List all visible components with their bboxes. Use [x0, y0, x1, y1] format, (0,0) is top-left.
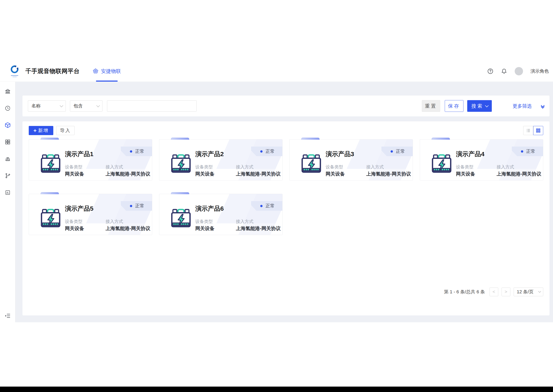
- sidebar-item-organization[interactable]: [3, 87, 13, 96]
- tab-anjie-iot[interactable]: 安捷物联: [93, 61, 121, 81]
- page-size-select[interactable]: 12 条/页: [514, 287, 543, 296]
- product-card[interactable]: 正常: [420, 139, 543, 181]
- brand-logo: [9, 65, 20, 77]
- chevron-down-icon: [96, 104, 100, 107]
- status-dot: [130, 150, 132, 153]
- field-select-value: 名称: [31, 103, 41, 109]
- battery-product-icon: [170, 153, 192, 174]
- product-title: 演示产品1: [65, 150, 93, 158]
- monitor-clock-icon: [5, 105, 11, 111]
- device-type-value: 网关设备: [65, 225, 84, 232]
- card-body: 正常: [159, 194, 282, 235]
- logo-subtext-line: [13, 77, 17, 77]
- report-icon: [5, 190, 11, 196]
- alarm-siren-icon: [5, 156, 11, 162]
- add-button[interactable]: + 新增: [29, 126, 53, 135]
- status-badge: 正常: [121, 201, 152, 211]
- status-badge: 正常: [381, 147, 413, 156]
- battery-product-icon: [431, 153, 452, 174]
- card-body: 正常: [420, 140, 543, 180]
- sidebar-collapse-toggle[interactable]: [5, 313, 11, 319]
- battery-product-icon: [40, 208, 61, 229]
- branch-icon: [5, 173, 11, 179]
- battery-product-icon: [170, 208, 192, 229]
- app-header: 千手观音物联网平台 安捷物联: [0, 61, 553, 82]
- user-avatar[interactable]: [515, 67, 523, 75]
- status-dot: [260, 150, 263, 153]
- filter-panel: 名称 包含 重置 保存 搜索 更多筛选: [22, 96, 549, 116]
- product-card[interactable]: 正常: [159, 139, 283, 181]
- page-canvas: 千手观音物联网平台 安捷物联: [0, 0, 553, 392]
- device-type-value: 网关设备: [65, 171, 84, 177]
- pagination-summary: 第 1 - 6 条/总共 6 条: [444, 289, 485, 295]
- operator-select-value: 包含: [73, 103, 83, 109]
- product-card[interactable]: 正常: [159, 194, 283, 235]
- device-type-label: 设备类型: [195, 164, 213, 170]
- product-title: 演示产品2: [195, 150, 224, 158]
- grid-view-icon: [536, 128, 541, 133]
- access-mode-value: 上海氢能港-网关协议: [236, 225, 281, 232]
- status-label: 正常: [396, 148, 405, 154]
- status-dot: [130, 205, 132, 207]
- search-button-label: 搜索: [471, 103, 483, 109]
- sidebar-item-applications[interactable]: [3, 138, 13, 146]
- chevron-down-icon: [538, 290, 541, 293]
- device-type-label: 设备类型: [65, 219, 83, 224]
- help-icon[interactable]: [487, 68, 493, 74]
- tab-label: 安捷物联: [101, 68, 121, 75]
- logo-ring-icon: [10, 65, 19, 75]
- header-actions: 演示角色: [487, 67, 549, 75]
- product-title: 演示产品5: [65, 204, 93, 213]
- list-view-button[interactable]: [523, 126, 533, 135]
- device-type-label: 设备类型: [195, 219, 213, 224]
- bank-icon: [5, 89, 11, 94]
- device-type-value: 网关设备: [195, 171, 214, 177]
- card-body: 正常: [159, 140, 282, 180]
- chevron-down-icon: [60, 104, 63, 107]
- grid-view-button[interactable]: [533, 126, 543, 135]
- status-dot: [521, 150, 523, 153]
- card-body: 正常: [290, 140, 413, 180]
- product-title: 演示产品4: [456, 150, 484, 158]
- user-name: 演示角色: [531, 68, 549, 74]
- badge-pentagon-icon: [93, 68, 98, 74]
- field-select[interactable]: 名称: [28, 100, 66, 112]
- expand-filters-double-chevron-icon[interactable]: [541, 104, 544, 108]
- product-card[interactable]: 正常: [29, 139, 152, 181]
- access-mode-label: 接入方式: [236, 219, 253, 224]
- status-label: 正常: [266, 148, 275, 154]
- status-badge: 正常: [121, 147, 152, 156]
- notification-bell-icon[interactable]: [501, 68, 507, 74]
- sidebar: [0, 82, 15, 322]
- access-mode-label: 接入方式: [105, 219, 123, 224]
- sidebar-item-monitoring[interactable]: [3, 104, 13, 112]
- product-title: 演示产品6: [195, 204, 224, 213]
- access-mode-label: 接入方式: [366, 164, 384, 170]
- access-mode-value: 上海氢能港-网关协议: [366, 171, 411, 177]
- reset-button[interactable]: 重置: [422, 100, 440, 112]
- sidebar-item-topology[interactable]: [3, 172, 13, 180]
- search-button[interactable]: 搜索: [467, 100, 492, 112]
- status-dot: [260, 205, 263, 207]
- add-button-label: 新增: [38, 127, 49, 134]
- pagination: 第 1 - 6 条/总共 6 条 < > 12 条/页: [444, 287, 543, 296]
- product-card[interactable]: 正常: [289, 139, 413, 181]
- next-page-button[interactable]: >: [502, 287, 510, 296]
- app-title: 千手观音物联网平台: [25, 67, 80, 75]
- sidebar-item-products[interactable]: [3, 121, 13, 129]
- save-button[interactable]: 保存: [445, 100, 463, 112]
- sidebar-item-reports[interactable]: [3, 189, 13, 197]
- status-badge: 正常: [251, 201, 282, 211]
- view-toggle: [523, 126, 543, 135]
- status-label: 正常: [135, 148, 144, 154]
- more-filters-link[interactable]: 更多筛选: [513, 103, 532, 109]
- access-mode-value: 上海氢能港-网关协议: [497, 171, 541, 177]
- keyword-input[interactable]: [107, 100, 196, 112]
- prev-page-button[interactable]: <: [490, 287, 498, 296]
- card-body: 正常: [29, 194, 152, 235]
- product-title: 演示产品3: [326, 150, 354, 158]
- sidebar-item-alarms[interactable]: [3, 155, 13, 163]
- product-card[interactable]: 正常: [29, 194, 152, 235]
- import-button[interactable]: 导入: [56, 126, 75, 135]
- operator-select[interactable]: 包含: [70, 100, 102, 112]
